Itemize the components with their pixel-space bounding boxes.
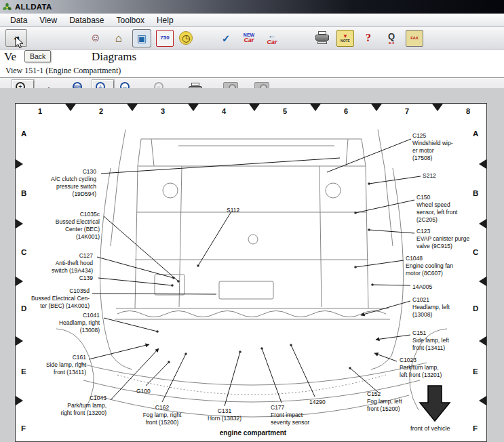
mouse-cursor (15, 36, 24, 49)
window-titlebar: ALLDATA (0, 0, 504, 14)
connector-dots (156, 182, 374, 369)
view-header: View 151-1 (Engine Compartment) (0, 66, 504, 77)
diagram-caption: engine compartment (195, 429, 311, 437)
diagram-canvas[interactable]: 12345678AABBCCDDEEFF C130A/C clutch cycl… (15, 103, 487, 442)
front-of-vehicle-arrow (420, 386, 450, 421)
previous-car-icon[interactable]: ←Car (263, 30, 281, 47)
grid-marker-left (479, 336, 486, 346)
diagram-label-C177: C177Front impactseverity sensor (271, 404, 309, 426)
diagram-label-C1043: C1043Park/turn lamp,right front (13200) (60, 395, 106, 417)
grid-marker-down (188, 104, 199, 111)
diagram-viewport[interactable]: 12345678AABBCCDDEEFF C130A/C clutch cycl… (0, 88, 504, 442)
menu-item-view[interactable]: View (33, 15, 63, 26)
alldata-logo-icon (3, 3, 12, 12)
fax-icon[interactable]: FAX (406, 30, 423, 47)
grid-column-5: 5 (283, 107, 287, 115)
diagram-label-14290: 14290 (309, 399, 326, 406)
diagram-label-C1041: C1041Headlamp, right(13008) (59, 312, 100, 334)
graphics-tool-icon[interactable]: ▣ (133, 30, 151, 47)
diagram-label-C130: C130A/C clutch cyclingpressure switch(19… (51, 168, 96, 198)
grid-marker-left (479, 219, 486, 228)
grid-column-2: 2 (99, 107, 103, 115)
diagram-label-C1023: C1023Park/turn lamp,left front (13201) (400, 357, 442, 379)
diagram-label-C151: C151Side lamp, leftfront (13411) (412, 329, 449, 352)
menu-item-database[interactable]: Database (63, 15, 110, 26)
grid-marker-down (127, 104, 138, 111)
grid-marker-left (479, 277, 486, 286)
grid-marker-right (16, 336, 23, 346)
grid-row-right-C: C (473, 248, 478, 256)
shop-icon[interactable]: ⌂ (110, 30, 128, 47)
toolbar-icons: ☺⌂▣750◷✓NEWCar←Car▼NOTE?Qa-zFAX (87, 30, 423, 47)
grid-row-right-F: F (473, 424, 478, 433)
diagram-label-C131: C131Horn (13832) (191, 407, 258, 422)
tab-header-row: Ve Back Diagrams (0, 49, 504, 66)
customer-icon[interactable]: ☺ (87, 30, 104, 47)
grid-row-right-D: D (473, 304, 478, 313)
grid-column-6: 6 (344, 107, 348, 115)
front-of-vehicle-label: front of vehicle (410, 425, 450, 432)
grid-row-left-F: F (21, 424, 26, 433)
tab-vehicle-partial[interactable]: Ve (4, 50, 16, 64)
diagram-label-C152: C152Fog lamp, leftfront (15200) (367, 390, 402, 413)
diagram-label-C139: C139 (79, 275, 93, 282)
print-icon[interactable] (313, 30, 331, 47)
diagram-label-C162: C162Fog lamp, rightfront (15200) (128, 404, 196, 426)
diagram-label-C1035d: C1035dBussed Electrical Cen-ter (BEC) (1… (31, 287, 90, 310)
diagram-label-C161: C161Side lamp, rightfront (13411) (46, 354, 86, 376)
labor-guide-icon[interactable]: 750 (156, 30, 174, 47)
menu-bar: DataViewDatabaseToolboxHelp (0, 14, 504, 27)
grid-marker-left (479, 396, 486, 405)
history-clock-icon[interactable]: ◷ (179, 31, 193, 45)
grid-marker-right (16, 277, 23, 286)
grid-column-4: 4 (222, 107, 226, 115)
grid-column-1: 1 (38, 107, 42, 115)
menu-item-toolbox[interactable]: Toolbox (111, 15, 151, 26)
window-title: ALLDATA (15, 3, 52, 11)
grid-column-3: 3 (161, 107, 165, 115)
diagram-label-C125: C125Windshield wip-er motor(17508) (412, 132, 453, 162)
grid-row-left-C: C (21, 248, 26, 256)
back-tooltip: Back (24, 50, 51, 62)
grid-row-right-A: A (473, 129, 478, 138)
view-header-text: View 151-1 (Engine Compartment) (5, 66, 121, 75)
menu-item-data[interactable]: Data (4, 15, 33, 26)
grid-row-left-B: B (21, 189, 26, 197)
printer-shape (315, 33, 329, 43)
grid-marker-left (479, 159, 486, 169)
help-icon[interactable]: ? (360, 30, 377, 47)
diagram-label-C1048: C1048Engine cooling fanmotor (8C607) (406, 255, 453, 277)
grid-column-7: 7 (405, 107, 409, 115)
diagram-label-C127: C127Anti-theft hoodswitch (19A434) (52, 252, 93, 275)
grid-row-left-D: D (21, 304, 26, 313)
diagram-label-S112: S112 (227, 207, 239, 214)
diagram-label-S212: S212 (423, 172, 436, 180)
grid-marker-down (432, 104, 443, 111)
search-az-icon[interactable]: Qa-z (383, 30, 400, 47)
main-toolbar: ◄ ☺⌂▣750◷✓NEWCar←Car▼NOTE?Qa-zFAX (0, 27, 504, 49)
grid-marker-right (16, 159, 23, 169)
grid-column-8: 8 (466, 107, 470, 115)
grid-marker-down (65, 104, 76, 111)
diagram-label-C150: C150Wheel speedsensor, left front(2C205) (416, 194, 457, 224)
tab-diagrams[interactable]: Diagrams (92, 50, 136, 64)
menu-items: DataViewDatabaseToolboxHelp (4, 15, 180, 26)
diagram-label-C1021: C1021Headlamp, left(13008) (412, 296, 450, 319)
service-tools-icon[interactable]: ✓ (217, 30, 235, 47)
new-car-icon[interactable]: NEWCar (240, 30, 258, 47)
grid-marker-down (249, 104, 260, 111)
grid-marker-down (371, 104, 382, 111)
grid-row-right-E: E (473, 367, 478, 376)
notes-icon[interactable]: ▼NOTE (336, 30, 354, 47)
menu-item-help[interactable]: Help (151, 15, 180, 26)
grid-row-left-E: E (21, 367, 26, 376)
grid-row-right-B: B (473, 189, 478, 197)
grid-row-left-A: A (21, 129, 26, 138)
diagram-label-C123: C123EVAP canister purgevalve (9C915) (416, 228, 469, 250)
leader-lines (89, 139, 421, 406)
diagram-label-C1035c: C1035cBussed ElectricalCenter (BEC)(14K0… (56, 211, 100, 241)
diagram-label-G100: G100 (136, 388, 151, 395)
grid-marker-right (16, 219, 23, 228)
grid-marker-right (16, 396, 23, 405)
diagram-label-14A005: 14A005 (412, 283, 432, 291)
